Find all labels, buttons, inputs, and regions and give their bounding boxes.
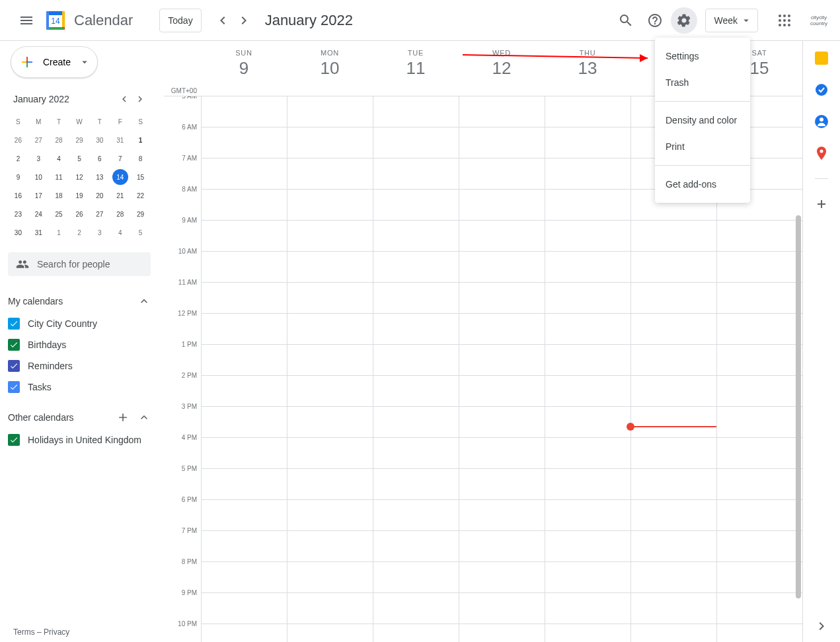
- add-addon-icon[interactable]: [815, 197, 828, 211]
- menu-item-get-add-ons[interactable]: Get add-ons: [655, 171, 750, 197]
- mini-day[interactable]: 8: [130, 149, 151, 168]
- svg-point-7: [779, 15, 781, 17]
- calendar-item[interactable]: Reminders: [8, 355, 151, 376]
- svg-rect-4: [46, 11, 49, 30]
- my-calendars-toggle[interactable]: My calendars: [8, 289, 151, 313]
- mini-day[interactable]: 3: [89, 223, 110, 242]
- mini-day[interactable]: 4: [49, 149, 69, 168]
- account-avatar[interactable]: citycity country: [808, 10, 829, 31]
- calendar-checkbox[interactable]: [8, 318, 20, 330]
- mini-day[interactable]: 27: [28, 131, 49, 149]
- mini-day[interactable]: 1: [130, 131, 151, 149]
- terms-link[interactable]: Terms: [13, 627, 35, 637]
- mini-day[interactable]: 18: [49, 186, 69, 205]
- mini-day[interactable]: 26: [69, 205, 90, 223]
- mini-day[interactable]: 1: [49, 223, 69, 242]
- calendar-item[interactable]: Birthdays: [8, 334, 151, 355]
- logo-area[interactable]: 14 Calendar: [42, 7, 133, 34]
- chevron-right-icon: [814, 618, 829, 634]
- mini-day[interactable]: 28: [49, 131, 69, 149]
- mini-day[interactable]: 31: [110, 131, 130, 149]
- mini-day[interactable]: 4: [110, 223, 130, 242]
- day-column[interactable]: [373, 96, 459, 642]
- mini-day[interactable]: 26: [8, 131, 28, 149]
- calendar-checkbox[interactable]: [8, 381, 20, 393]
- mini-day[interactable]: 19: [69, 186, 90, 205]
- day-header[interactable]: SUN9: [201, 41, 287, 96]
- mini-day[interactable]: 29: [130, 205, 151, 223]
- mini-day[interactable]: 3: [28, 149, 49, 168]
- mini-day[interactable]: 23: [8, 205, 28, 223]
- day-header[interactable]: THU13: [545, 41, 630, 96]
- mini-next-month[interactable]: [132, 91, 148, 107]
- mini-prev-month[interactable]: [116, 91, 132, 107]
- day-column[interactable]: [459, 96, 545, 642]
- scrollbar[interactable]: [794, 96, 802, 642]
- mini-day[interactable]: 2: [8, 149, 28, 168]
- day-header[interactable]: MON10: [287, 41, 373, 96]
- menu-item-settings[interactable]: Settings: [655, 43, 750, 69]
- hamburger-icon: [19, 13, 34, 28]
- main-menu-button[interactable]: [11, 5, 42, 36]
- search-button[interactable]: [613, 7, 639, 34]
- sidebar: Create January 2022 SMTWTFS2627282930311…: [0, 41, 164, 642]
- mini-day[interactable]: 9: [8, 168, 28, 186]
- mini-day[interactable]: 29: [69, 131, 90, 149]
- mini-day[interactable]: 14: [112, 169, 128, 185]
- day-header[interactable]: TUE11: [373, 41, 459, 96]
- calendar-checkbox[interactable]: [8, 339, 20, 351]
- view-selector[interactable]: Week: [705, 9, 758, 32]
- next-week-button[interactable]: [233, 10, 254, 31]
- plus-icon: [19, 54, 35, 70]
- mini-day[interactable]: 30: [89, 131, 110, 149]
- contacts-icon[interactable]: [815, 115, 828, 128]
- mini-day[interactable]: 25: [49, 205, 69, 223]
- maps-icon[interactable]: [815, 147, 828, 160]
- mini-day[interactable]: 7: [110, 149, 130, 168]
- mini-day[interactable]: 11: [49, 168, 69, 186]
- day-column[interactable]: [545, 96, 630, 642]
- calendar-checkbox[interactable]: [8, 434, 20, 446]
- mini-day[interactable]: 24: [28, 205, 49, 223]
- day-column[interactable]: [201, 96, 287, 642]
- add-calendar-icon[interactable]: [116, 411, 130, 424]
- mini-day[interactable]: 5: [69, 149, 90, 168]
- mini-day[interactable]: 13: [89, 168, 110, 186]
- mini-day[interactable]: 22: [130, 186, 151, 205]
- mini-day[interactable]: 20: [89, 186, 110, 205]
- mini-day[interactable]: 27: [89, 205, 110, 223]
- mini-day[interactable]: 5: [130, 223, 151, 242]
- mini-day[interactable]: 21: [110, 186, 130, 205]
- calendar-item[interactable]: Tasks: [8, 376, 151, 398]
- create-button[interactable]: Create: [11, 46, 98, 78]
- mini-day[interactable]: 10: [28, 168, 49, 186]
- calendar-item[interactable]: Holidays in United Kingdom: [8, 429, 151, 450]
- mini-day[interactable]: 12: [69, 168, 90, 186]
- hide-side-panel[interactable]: [814, 618, 829, 634]
- day-header[interactable]: WED12: [459, 41, 545, 96]
- search-people-input[interactable]: Search for people: [8, 252, 151, 276]
- mini-day[interactable]: 15: [130, 168, 151, 186]
- settings-button[interactable]: [671, 7, 697, 34]
- calendar-checkbox[interactable]: [8, 360, 20, 372]
- support-button[interactable]: [642, 7, 668, 34]
- mini-day[interactable]: 16: [8, 186, 28, 205]
- privacy-link[interactable]: Privacy: [44, 627, 69, 637]
- day-column[interactable]: [287, 96, 373, 642]
- menu-item-density-and-color[interactable]: Density and color: [655, 107, 750, 133]
- keep-icon[interactable]: [815, 52, 828, 65]
- prev-week-button[interactable]: [212, 10, 233, 31]
- tasks-icon[interactable]: [815, 83, 828, 96]
- mini-day[interactable]: 17: [28, 186, 49, 205]
- mini-day[interactable]: 6: [89, 149, 110, 168]
- mini-day[interactable]: 30: [8, 223, 28, 242]
- today-button[interactable]: Today: [159, 9, 201, 32]
- menu-item-print[interactable]: Print: [655, 133, 750, 160]
- calendar-item[interactable]: City City Country: [8, 313, 151, 334]
- mini-day[interactable]: 31: [28, 223, 49, 242]
- menu-item-trash[interactable]: Trash: [655, 69, 750, 96]
- google-apps-button[interactable]: [769, 5, 800, 36]
- mini-day[interactable]: 28: [110, 205, 130, 223]
- mini-day[interactable]: 2: [69, 223, 90, 242]
- other-calendars-toggle[interactable]: Other calendars: [8, 406, 151, 429]
